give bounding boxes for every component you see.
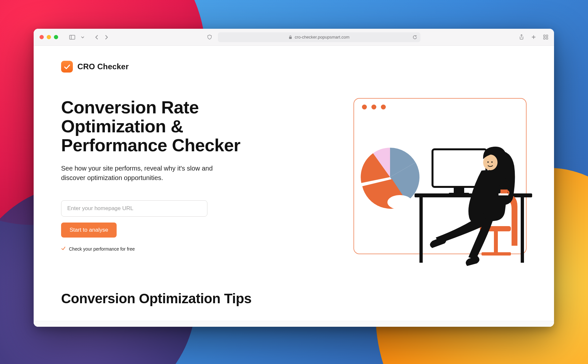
window-zoom-button[interactable] <box>54 35 58 39</box>
lock-icon <box>289 35 292 39</box>
svg-point-20 <box>491 161 493 163</box>
svg-rect-14 <box>449 193 469 195</box>
back-button[interactable] <box>95 35 99 40</box>
svg-rect-0 <box>70 35 75 39</box>
svg-rect-7 <box>544 38 545 39</box>
tab-overview-icon[interactable] <box>543 35 548 40</box>
svg-rect-8 <box>546 38 548 39</box>
tips-section-title: Conversion Optimization Tips <box>61 291 527 306</box>
safari-window: cro-checker.popupsmart.com <box>34 29 554 327</box>
page-subheadline: See how your site performs, reveal why i… <box>61 164 231 183</box>
reload-icon[interactable] <box>413 35 417 40</box>
page-headline: Conversion Rate Optimization & Performan… <box>61 98 287 155</box>
svg-rect-17 <box>482 252 511 256</box>
analyse-button[interactable]: Start to analyse <box>61 223 117 238</box>
new-tab-icon[interactable] <box>531 35 536 40</box>
window-bottom-edge <box>34 321 554 327</box>
address-bar[interactable]: cro-checker.popupsmart.com <box>218 32 420 42</box>
footnote: Check your performance for free <box>61 246 287 252</box>
brand-logo <box>61 61 73 73</box>
svg-rect-5 <box>544 35 545 37</box>
address-url: cro-checker.popupsmart.com <box>295 35 350 40</box>
window-close-button[interactable] <box>40 35 44 39</box>
footnote-text: Check your performance for free <box>69 246 135 252</box>
window-minimize-button[interactable] <box>47 35 51 39</box>
page-content: CRO Checker Conversion Rate Optimization… <box>34 46 554 327</box>
svg-rect-2 <box>289 37 292 39</box>
svg-rect-10 <box>419 197 423 263</box>
check-icon <box>61 246 66 252</box>
hero-illustration <box>301 98 527 254</box>
svg-point-19 <box>487 161 489 163</box>
homepage-url-input[interactable] <box>61 200 207 217</box>
privacy-shield-icon[interactable] <box>207 35 212 40</box>
window-controls <box>40 35 58 39</box>
svg-rect-6 <box>546 35 548 37</box>
chevron-down-icon[interactable] <box>81 36 84 39</box>
svg-rect-16 <box>494 231 498 254</box>
browser-toolbar: cro-checker.popupsmart.com <box>34 29 554 46</box>
brand-name: CRO Checker <box>77 62 129 71</box>
brand: CRO Checker <box>61 61 527 73</box>
share-icon[interactable] <box>519 34 524 40</box>
svg-rect-13 <box>454 187 464 193</box>
svg-rect-22 <box>498 193 508 195</box>
svg-rect-11 <box>521 197 524 263</box>
sidebar-toggle-icon[interactable] <box>69 35 75 40</box>
forward-button[interactable] <box>105 35 108 40</box>
